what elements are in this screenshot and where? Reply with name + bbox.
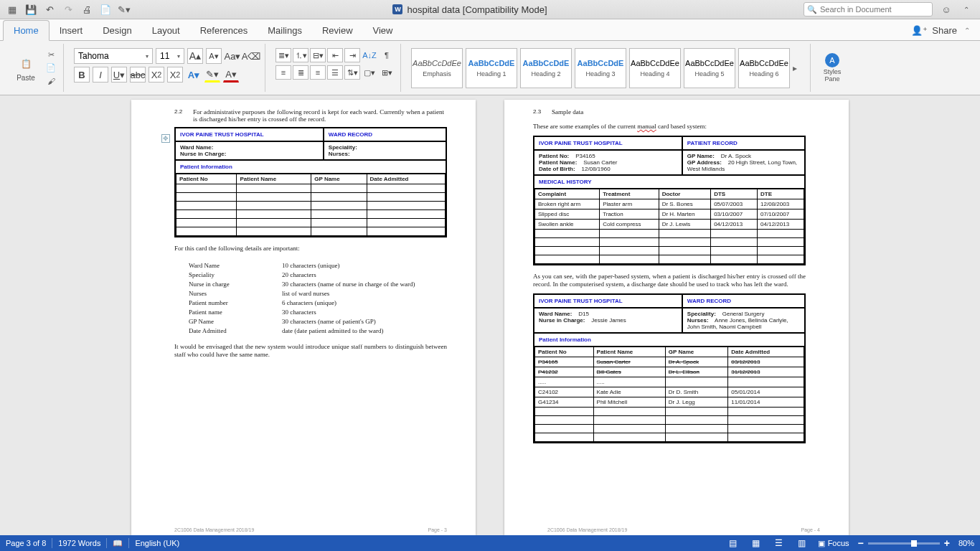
- subscript-button[interactable]: X2: [149, 67, 164, 83]
- search-input[interactable]: [820, 5, 929, 14]
- italic-button[interactable]: I: [93, 67, 108, 83]
- indent-dec-icon[interactable]: ⇤: [327, 48, 343, 62]
- zoom-slider[interactable]: − +: [858, 537, 950, 549]
- page-right: 2.3Sample data These are some examples o…: [504, 100, 849, 535]
- style-emphasis[interactable]: AaBbCcDdEeEmphasis: [411, 48, 463, 88]
- numbering-icon[interactable]: ⒈▾: [293, 48, 308, 62]
- chevron-down-icon: ⌃: [964, 27, 970, 34]
- view-print-icon[interactable]: ▦: [749, 537, 763, 549]
- collapse-ribbon-icon[interactable]: ⌃: [960, 3, 973, 16]
- document-area[interactable]: ✥ 2.2For administrative purposes the fol…: [0, 95, 980, 535]
- font-color-icon[interactable]: A▾: [223, 67, 239, 83]
- superscript-button[interactable]: X2: [167, 67, 183, 83]
- font-group: Tahoma▾ 11▾ A▴ A▾ Aa▾ A⌫ B I U▾ abc X2 X…: [68, 44, 265, 92]
- style-heading-1[interactable]: AaBbCcDdEHeading 1: [466, 48, 517, 88]
- align-left-icon[interactable]: ≡: [275, 65, 291, 80]
- style-heading-5[interactable]: AaBbCcDdEeHeading 5: [684, 48, 735, 88]
- styles-pane-group: A Styles Pane: [810, 44, 854, 92]
- show-marks-icon[interactable]: ¶: [379, 48, 395, 62]
- styles-pane-icon: A: [825, 53, 839, 67]
- align-right-icon[interactable]: ≡: [310, 65, 326, 80]
- borders-icon[interactable]: ⊞▾: [379, 65, 395, 80]
- spellcheck-icon[interactable]: 📖: [113, 539, 123, 548]
- smiley-icon[interactable]: ☺: [940, 3, 953, 16]
- paste-icon: 📋: [17, 54, 34, 74]
- style-heading-6[interactable]: AaBbCcDdEeHeading 6: [738, 48, 790, 88]
- zoom-value[interactable]: 80%: [958, 539, 974, 547]
- page-left: ✥ 2.2For administrative purposes the fol…: [131, 100, 476, 535]
- change-case-icon[interactable]: Aa▾: [225, 48, 240, 64]
- zoom-in-icon[interactable]: +: [944, 537, 950, 549]
- newdoc-icon[interactable]: 📄: [99, 3, 112, 16]
- view-read-icon[interactable]: ▤: [726, 537, 740, 549]
- view-web-icon[interactable]: ▥: [795, 537, 809, 549]
- tab-view[interactable]: View: [363, 21, 403, 40]
- document-title: hospital data [Compatibility Mode]: [407, 4, 547, 15]
- redo-icon[interactable]: ↷: [62, 3, 75, 16]
- ward-record-filled: IVOR PAINE TRUST HOSPITALWARD RECORD War…: [533, 293, 806, 443]
- styles-group: AaBbCcDdEeEmphasisAaBbCcDdEHeading 1AaBb…: [405, 44, 806, 92]
- focus-button[interactable]: ▣ Focus: [818, 539, 849, 548]
- styles-more-icon[interactable]: ▸: [790, 63, 800, 73]
- tab-review[interactable]: Review: [312, 21, 363, 40]
- tab-layout[interactable]: Layout: [142, 21, 190, 40]
- share-icon: 👤⁺: [911, 25, 928, 36]
- justify-icon[interactable]: ☰: [327, 65, 343, 80]
- shrink-font-icon[interactable]: A▾: [206, 48, 222, 64]
- strike-button[interactable]: abc: [130, 67, 146, 83]
- view-outline-icon[interactable]: ☰: [772, 537, 786, 549]
- ribbon: 📋 Paste ✂ 📄 🖌 Tahoma▾ 11▾ A▴ A▾ Aa▾ A⌫ B…: [0, 41, 980, 95]
- save-icon[interactable]: 💾: [24, 3, 37, 16]
- multilevel-icon[interactable]: ⊟▾: [310, 48, 326, 62]
- shading-icon[interactable]: ▢▾: [362, 65, 377, 80]
- clipboard-group: 📋 Paste ✂ 📄 🖌: [4, 44, 64, 92]
- copy-icon[interactable]: 📄: [44, 62, 57, 74]
- table-anchor-icon[interactable]: ✥: [161, 134, 170, 143]
- underline-button[interactable]: U▾: [111, 67, 127, 83]
- format-painter-icon[interactable]: 🖌: [44, 75, 57, 87]
- font-size-dropdown[interactable]: 11▾: [156, 48, 184, 64]
- tab-home[interactable]: Home: [3, 20, 50, 41]
- customize-icon[interactable]: ✎▾: [118, 3, 131, 16]
- statusbar: Page 3 of 8 1972 Words 📖 English (UK) ▤ …: [0, 535, 980, 551]
- patient-record: IVOR PAINE TRUST HOSPITALPATIENT RECORD …: [533, 136, 806, 265]
- language-status[interactable]: English (UK): [135, 539, 179, 547]
- share-button[interactable]: 👤⁺ Share ⌃: [904, 21, 977, 40]
- paste-button[interactable]: 📋 Paste: [10, 54, 42, 82]
- tab-design[interactable]: Design: [93, 21, 141, 40]
- sort-icon[interactable]: A↓Z: [362, 48, 377, 62]
- chevron-down-icon: ▾: [177, 53, 180, 60]
- style-heading-4[interactable]: AaBbCcDdEeHeading 4: [629, 48, 681, 88]
- search-box[interactable]: 🔍: [804, 2, 933, 17]
- word-app-icon: W: [392, 4, 402, 14]
- titlebar: ▦ 💾 ↶ ↷ 🖨 📄 ✎▾ W hospital data [Compatib…: [0, 0, 980, 19]
- tab-mailings[interactable]: Mailings: [258, 21, 312, 40]
- grow-font-icon[interactable]: A▴: [187, 48, 203, 64]
- ribbon-tabs: Home Insert Design Layout References Mai…: [0, 19, 980, 41]
- ward-record-blank: IVOR PAINE TRUST HOSPITALWARD RECORD War…: [174, 127, 447, 237]
- align-center-icon[interactable]: ≣: [293, 65, 308, 80]
- clear-format-icon[interactable]: A⌫: [243, 48, 259, 64]
- font-name-dropdown[interactable]: Tahoma▾: [74, 48, 153, 64]
- bullets-icon[interactable]: ≣▾: [275, 48, 291, 62]
- highlight-icon[interactable]: ✎▾: [204, 67, 220, 83]
- tab-references[interactable]: References: [190, 21, 258, 40]
- search-icon: 🔍: [807, 5, 817, 14]
- cut-icon[interactable]: ✂: [44, 50, 57, 61]
- text-effects-icon[interactable]: A▾: [186, 67, 202, 83]
- styles-pane-button[interactable]: A Styles Pane: [816, 53, 848, 83]
- tab-insert[interactable]: Insert: [50, 21, 93, 40]
- indent-inc-icon[interactable]: ⇥: [344, 48, 360, 62]
- word-count[interactable]: 1972 Words: [58, 539, 100, 547]
- chevron-down-icon: ▾: [146, 53, 149, 60]
- zoom-out-icon[interactable]: −: [858, 537, 864, 549]
- bold-button[interactable]: B: [74, 67, 90, 83]
- print-icon[interactable]: 🖨: [80, 3, 93, 16]
- paragraph-group: ≣▾ ⒈▾ ⊟▾ ⇤ ⇥ A↓Z ¶ ≡ ≣ ≡ ☰ ⇅▾ ▢▾ ⊞▾: [270, 44, 401, 92]
- undo-icon[interactable]: ↶: [43, 3, 56, 16]
- page-status[interactable]: Page 3 of 8: [6, 539, 46, 547]
- window-menu-icon[interactable]: ▦: [6, 3, 19, 16]
- style-heading-3[interactable]: AaBbCcDdEHeading 3: [575, 48, 626, 88]
- style-heading-2[interactable]: AaBbCcDdEHeading 2: [520, 48, 572, 88]
- line-spacing-icon[interactable]: ⇅▾: [344, 65, 360, 80]
